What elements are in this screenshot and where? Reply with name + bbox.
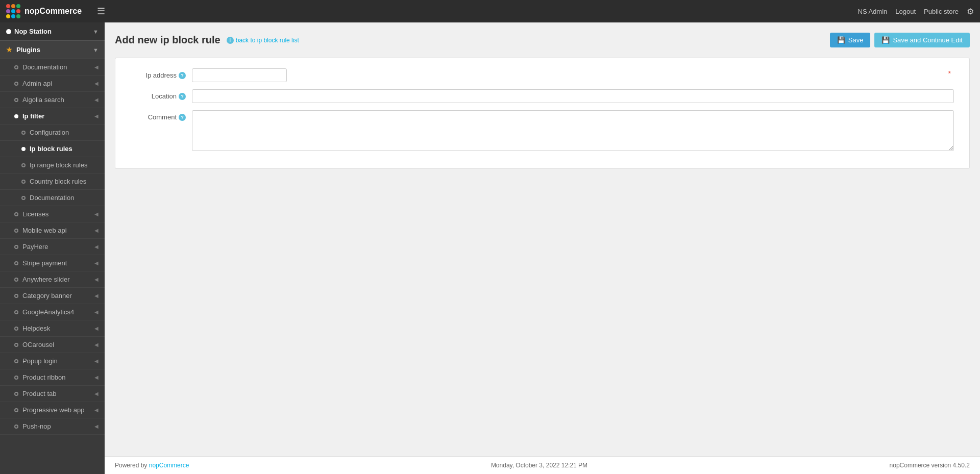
sidebar-section-nop-station[interactable]: Nop Station ▼	[0, 22, 105, 41]
dot-ip-range-block-rules	[21, 163, 26, 167]
sidebar-item-product-ribbon[interactable]: Product ribbon ◀	[0, 369, 105, 386]
sidebar-item-popup-login[interactable]: Popup login ◀	[0, 353, 105, 369]
sidebar-item-stripe-payment[interactable]: Stripe payment ◀	[0, 255, 105, 271]
sidebar-label-country-block-rules: Country block rules	[30, 178, 86, 185]
sidebar-label-product-tab: Product tab	[22, 390, 57, 397]
sidebar-item-anywhere-slider[interactable]: Anywhere slider ◀	[0, 271, 105, 288]
page-header-right: 💾 Save 💾 Save and Continue Edit	[830, 33, 970, 47]
sidebar-item-admin-api[interactable]: Admin api ◀	[0, 76, 105, 92]
arrow-anywhere-slider: ◀	[94, 277, 99, 282]
sidebar-item-country-block-rules[interactable]: Country block rules	[0, 173, 105, 190]
ip-address-help-icon[interactable]: ?	[179, 72, 186, 79]
dot-ip-filter	[14, 114, 18, 118]
ip-address-label: Ip address ?	[131, 68, 192, 79]
sidebar-item-ocarousel[interactable]: OCarousel ◀	[0, 337, 105, 353]
plugins-chevron: ▼	[93, 47, 99, 53]
page-header-left: Add new ip block rule i back to ip block…	[115, 34, 299, 46]
public-store-link[interactable]: Public store	[924, 8, 959, 15]
dot-algolia-search	[14, 98, 18, 102]
dot-ip-block-rules	[21, 147, 26, 151]
sidebar-label-documentation2: Documentation	[30, 194, 74, 202]
location-label: Location ?	[131, 89, 192, 100]
sidebar-label-anywhere-slider: Anywhere slider	[22, 276, 70, 283]
logo-text: nopCommerce	[24, 7, 82, 16]
page-title: Add new ip block rule	[115, 34, 220, 46]
ip-address-input[interactable]	[192, 68, 287, 82]
comment-input[interactable]	[192, 110, 954, 151]
powered-by-text: Powered by	[115, 462, 147, 469]
dot-helpdesk	[14, 327, 18, 331]
ns-admin-link[interactable]: NS Admin	[858, 8, 888, 15]
content-area: Add new ip block rule i back to ip block…	[105, 22, 980, 474]
dot-category-banner	[14, 294, 18, 298]
arrow-ocarousel: ◀	[94, 342, 99, 347]
footer-powered-by: Powered by nopCommerce	[115, 462, 189, 469]
nop-station-label: Nop Station	[14, 28, 52, 35]
form-card: Ip address ? * Location ?	[115, 58, 970, 169]
hamburger-button[interactable]: ☰	[97, 6, 105, 17]
sidebar-item-documentation2[interactable]: Documentation	[0, 190, 105, 206]
sidebar-item-mobile-web-api[interactable]: Mobile web api ◀	[0, 222, 105, 239]
plugins-label: Plugins	[16, 46, 40, 54]
sidebar-item-ip-filter[interactable]: Ip filter ◀	[0, 108, 105, 124]
sidebar-label-product-ribbon: Product ribbon	[22, 373, 66, 381]
dot-mobile-web-api	[14, 229, 18, 233]
sidebar-item-licenses[interactable]: Licenses ◀	[0, 206, 105, 222]
sidebar-item-algolia-search[interactable]: Algolia search ◀	[0, 92, 105, 108]
dot-product-ribbon	[14, 376, 18, 380]
arrow-progressive-web-app: ◀	[94, 407, 99, 413]
sidebar-item-progressive-web-app[interactable]: Progressive web app ◀	[0, 402, 105, 418]
sidebar-item-helpdesk[interactable]: Helpdesk ◀	[0, 320, 105, 337]
sidebar-label-configuration: Configuration	[30, 129, 69, 136]
arrow-popup-login: ◀	[94, 358, 99, 364]
sidebar-item-google-analytics4[interactable]: GoogleAnalytics4 ◀	[0, 304, 105, 320]
plugins-icon: ★	[6, 46, 12, 54]
dot-admin-api	[14, 82, 18, 86]
sidebar-item-category-banner[interactable]: Category banner ◀	[0, 288, 105, 304]
arrow-product-ribbon: ◀	[94, 375, 99, 380]
sidebar-item-product-tab[interactable]: Product tab ◀	[0, 386, 105, 402]
arrow-algolia-search: ◀	[94, 97, 99, 103]
dot-documentation2	[21, 196, 26, 200]
sidebar-item-documentation[interactable]: Documentation ◀	[0, 59, 105, 76]
sidebar-label-admin-api: Admin api	[22, 80, 52, 87]
dot-product-tab	[14, 392, 18, 396]
content-inner: Add new ip block rule i back to ip block…	[105, 22, 980, 456]
dot-progressive-web-app	[14, 408, 18, 412]
sidebar-item-payhere[interactable]: PayHere ◀	[0, 239, 105, 255]
sidebar-label-ip-range-block-rules: Ip range block rules	[30, 161, 87, 169]
sidebar-label-helpdesk: Helpdesk	[22, 325, 50, 332]
sidebar-item-configuration[interactable]: Configuration	[0, 124, 105, 141]
navbar-left: nopCommerce ☰	[6, 4, 105, 18]
nop-station-chevron: ▼	[93, 29, 99, 35]
sidebar-label-algolia-search: Algolia search	[22, 96, 64, 104]
sidebar-label-documentation: Documentation	[22, 63, 67, 71]
save-label: Save	[848, 36, 864, 44]
nopcommerce-link[interactable]: nopCommerce	[149, 462, 189, 469]
save-continue-label: Save and Continue Edit	[893, 36, 963, 44]
dot-google-analytics4	[14, 310, 18, 314]
logout-link[interactable]: Logout	[895, 8, 916, 15]
save-continue-button[interactable]: 💾 Save and Continue Edit	[874, 33, 970, 47]
arrow-helpdesk: ◀	[94, 326, 99, 331]
nop-station-dot	[6, 29, 11, 34]
location-input[interactable]	[192, 89, 954, 103]
back-link-icon: i	[227, 37, 234, 44]
sidebar-item-push-nop[interactable]: Push-nop ◀	[0, 418, 105, 435]
page-footer: Powered by nopCommerce Monday, October 3…	[105, 456, 980, 474]
arrow-google-analytics4: ◀	[94, 309, 99, 315]
sidebar-label-ip-block-rules: Ip block rules	[30, 145, 72, 153]
comment-help-icon[interactable]: ?	[179, 114, 186, 121]
back-link[interactable]: i back to ip block rule list	[227, 37, 299, 44]
save-continue-icon: 💾	[881, 36, 890, 44]
settings-icon[interactable]: ⚙	[967, 7, 974, 16]
save-button[interactable]: 💾 Save	[830, 33, 871, 47]
sidebar-item-ip-block-rules[interactable]: Ip block rules	[0, 141, 105, 157]
sidebar-label-stripe-payment: Stripe payment	[22, 259, 67, 267]
sidebar-section-plugins[interactable]: ★ Plugins ▼	[0, 41, 105, 59]
sidebar-label-push-nop: Push-nop	[22, 422, 51, 430]
sidebar-item-ip-range-block-rules[interactable]: Ip range block rules	[0, 157, 105, 173]
dot-ocarousel	[14, 343, 18, 347]
ip-address-required-star: *	[948, 69, 951, 78]
location-help-icon[interactable]: ?	[179, 93, 186, 100]
